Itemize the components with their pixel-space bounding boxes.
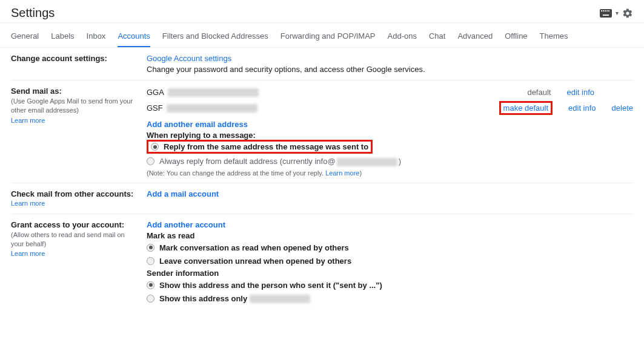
radio-label: Always reply from default address (curre… <box>159 157 401 166</box>
tab-filters-and-blocked-addresses[interactable]: Filters and Blocked Addresses <box>162 28 268 47</box>
redacted-text <box>168 88 259 97</box>
send-mail-as-label: Send mail as: <box>11 87 139 96</box>
svg-rect-3 <box>605 10 606 11</box>
svg-rect-5 <box>608 10 609 11</box>
radio-show-sent-by[interactable] <box>147 281 154 289</box>
learn-more-link[interactable]: Learn more <box>325 169 359 177</box>
keyboard-icon[interactable] <box>600 9 612 18</box>
radio-label: Show this address only <box>159 294 310 304</box>
sender-info-heading: Sender information <box>147 269 633 278</box>
mark-read-heading: Mark as read <box>147 231 633 240</box>
learn-more-link[interactable]: Learn more <box>11 250 45 257</box>
delete-link[interactable]: delete <box>612 103 633 113</box>
tab-chat[interactable]: Chat <box>429 28 445 47</box>
radio-reply-same[interactable] <box>151 143 159 151</box>
add-another-account-link[interactable]: Add another account <box>147 220 225 229</box>
redacted-text <box>337 158 397 166</box>
radio-mark-read[interactable] <box>147 244 154 252</box>
tab-advanced[interactable]: Advanced <box>457 28 493 47</box>
add-mail-account-link[interactable]: Add a mail account <box>147 189 219 198</box>
svg-rect-4 <box>606 10 608 11</box>
radio-label: Mark conversation as read when opened by… <box>159 243 349 252</box>
reply-note: (Note: You can change the address at the… <box>147 169 633 177</box>
radio-leave-unread[interactable] <box>147 257 154 265</box>
svg-rect-2 <box>603 10 604 11</box>
learn-more-link[interactable]: Learn more <box>11 117 45 124</box>
send-mail-as-hint: (Use Google Apps Mail to send from your … <box>11 97 139 116</box>
svg-rect-6 <box>603 15 609 16</box>
tab-forwarding-and-pop-imap[interactable]: Forwarding and POP/IMAP <box>281 28 376 47</box>
tab-accounts[interactable]: Accounts <box>118 28 150 47</box>
tab-labels[interactable]: Labels <box>51 28 74 47</box>
address-name: GSF <box>147 103 163 113</box>
radio-label: Show this address and the person who sen… <box>159 281 382 290</box>
radio-reply-default[interactable] <box>147 157 154 165</box>
tab-themes[interactable]: Themes <box>540 28 568 47</box>
caret-down-icon[interactable]: ▾ <box>616 10 619 16</box>
make-default-link[interactable]: make default <box>503 103 548 113</box>
page-title: Settings <box>11 6 55 20</box>
radio-label: Reply from the same address the message … <box>164 142 368 151</box>
edit-info-link[interactable]: edit info <box>566 88 594 97</box>
grant-access-hint: (Allow others to read and send mail on y… <box>11 231 139 249</box>
redacted-text <box>167 104 257 113</box>
radio-show-address-only[interactable] <box>147 295 154 302</box>
gear-icon[interactable] <box>622 8 633 19</box>
tab-inbox[interactable]: Inbox <box>87 28 106 47</box>
reply-heading: When replying to a message: <box>147 131 633 140</box>
check-mail-label: Check mail from other accounts: <box>11 189 139 198</box>
google-account-settings-link[interactable]: Google Account settings <box>147 54 231 63</box>
add-email-link[interactable]: Add another email address <box>147 120 248 129</box>
change-account-desc: Change your password and security option… <box>147 65 633 74</box>
learn-more-link[interactable]: Learn more <box>11 200 45 207</box>
redacted-text <box>250 295 310 303</box>
tab-offline[interactable]: Offline <box>505 28 527 47</box>
grant-access-label: Grant access to your account: <box>11 220 139 229</box>
address-name: GGA <box>147 88 164 97</box>
radio-label: Leave conversation unread when opened by… <box>159 257 351 266</box>
svg-rect-1 <box>601 10 602 11</box>
tab-general[interactable]: General <box>11 28 39 47</box>
change-account-label: Change account settings: <box>11 54 107 63</box>
edit-info-link[interactable]: edit info <box>568 103 596 113</box>
default-status: default <box>527 88 551 97</box>
tab-add-ons[interactable]: Add-ons <box>388 28 417 47</box>
